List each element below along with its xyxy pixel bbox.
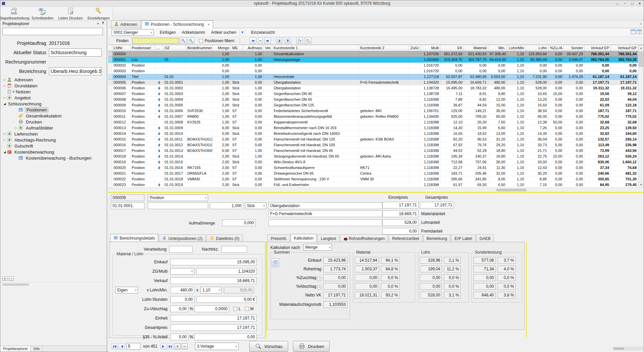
table-row-000001[interactable]: 000001Los011,001,00Heizungsanlage1,09340… xyxy=(108,57,644,63)
table-row-000016[interactable]: 000016Position01.01.0012BOAXSTH161002,00… xyxy=(108,142,644,148)
minimize-button[interactable]: − xyxy=(622,1,628,6)
einkauf-input[interactable] xyxy=(170,259,257,265)
zuabschlag-pct-input[interactable] xyxy=(170,305,188,312)
kalk-tab-gaeb[interactable]: GAEB xyxy=(476,235,494,242)
sidebar-item-gesamtkalkulation[interactable]: Gesamtkalkulation xyxy=(1,113,106,119)
table-row-000011[interactable]: 000011Position01.01.0007RN8001,00ST0,00B… xyxy=(108,114,644,119)
kalk-tab-kalkulation[interactable]: Kalkulation xyxy=(291,234,317,242)
sidebar-horizontal-scrollbar[interactable] xyxy=(0,282,105,286)
lohnstunden-input[interactable] xyxy=(170,296,194,303)
article-search-button[interactable]: Artikel suchen xyxy=(211,30,236,35)
detail-kurztext3-field[interactable] xyxy=(268,219,382,226)
delete-record-icon[interactable]: − xyxy=(182,343,188,349)
pin-icon[interactable] xyxy=(102,21,105,26)
column-header-zugr[interactable]: ZuGr xyxy=(409,45,421,51)
sidebar-item-kostenüberwachung[interactable]: ◢Kostenüberwachung xyxy=(1,149,106,155)
kalk-material-zuschlag[interactable]: 0,00 xyxy=(355,274,379,281)
scroll-up-icon[interactable]: ▲ xyxy=(638,45,644,51)
verarbeitung-input[interactable] xyxy=(169,246,193,253)
kalk-nach-combo[interactable]: Menge xyxy=(303,244,332,251)
kalk-lohn-pct-zuschlag[interactable]: 0,0 % xyxy=(444,274,461,281)
checkbox-m[interactable] xyxy=(245,307,249,311)
lohnstunden-eur-input[interactable] xyxy=(196,296,257,303)
column-header-kurztextzeile-2[interactable]: Kurztextzeile 2 xyxy=(359,45,409,51)
column-header-verkauf-gp[interactable]: Verkauf GP xyxy=(611,45,638,51)
table-row-000007[interactable]: 000007Position01.01.00032,00Stck0,00Gege… xyxy=(108,91,644,97)
kalk-material-pct-netto-vk[interactable]: 93,2 % xyxy=(381,292,400,298)
table-row-000010[interactable]: 000010Position01.01.0006SVF25301,00ST0,0… xyxy=(108,108,644,114)
column-header-verkauf-ep[interactable]: Verkauf EP xyxy=(585,45,611,51)
print-button[interactable]: Drucken xyxy=(293,341,330,352)
table-row-000006[interactable]: 000006Position01.01.00021,00Stck1,00Über… xyxy=(108,85,644,91)
chevron-down-icon[interactable]: ▾ xyxy=(97,22,99,25)
table-row-000003[interactable]: 000003Position0,000,001,0167200,000,000,… xyxy=(108,68,644,74)
next-record-icon[interactable] xyxy=(160,343,167,349)
kalk-material-pct-einkauf[interactable]: 94,1 % xyxy=(381,257,400,264)
tree-expander-icon[interactable]: ▷ xyxy=(2,132,7,136)
kalk-lohn-pct-netto-vk[interactable]: 3,1 % xyxy=(444,292,461,298)
zuabschlag-val-input[interactable] xyxy=(194,305,229,312)
verkauf-input[interactable] xyxy=(170,277,257,284)
faktor-combo[interactable]: 1,10 xyxy=(200,287,222,293)
aufmass-field[interactable]: 0,000 xyxy=(222,219,256,226)
table-row-000002[interactable]: 000002Position0,000,001,0167200,000,000,… xyxy=(108,63,644,68)
column-header-kurztextzeile-1[interactable]: Kurztextzeile 1 xyxy=(272,45,359,51)
layout-split-icon[interactable] xyxy=(637,29,642,34)
table-row-000021[interactable]: 000021Position01.01.0017DR65GFLA2,00ST0,… xyxy=(108,171,644,176)
find-input[interactable] xyxy=(132,38,179,44)
toolbar-button-einstellungen[interactable]: Einstellungen xyxy=(84,7,113,20)
einheit-input[interactable] xyxy=(170,315,257,322)
column-header-sonder[interactable]: Sonder xyxy=(564,45,585,51)
resize-button[interactable]: ↔ xyxy=(615,1,620,6)
p35-pct-input[interactable] xyxy=(170,334,188,340)
search-up-icon[interactable] xyxy=(188,37,194,44)
tree-expander-icon[interactable]: ▷ xyxy=(2,84,7,87)
checkbox-l[interactable] xyxy=(233,307,237,311)
record-number-input[interactable] xyxy=(126,343,140,350)
table-row-000013[interactable]: 000013Position01.01.00096,00Stck0,00Bime… xyxy=(108,125,644,131)
detail-bestellnr-field[interactable] xyxy=(148,202,208,209)
dropdown-circle-icon[interactable]: ˅ xyxy=(317,277,321,281)
column-header-aufmass[interactable]: Aufmass xyxy=(243,45,264,51)
kalk-sonder-netto-vk[interactable]: 648,40 xyxy=(473,292,496,298)
sidebar-item-grunddaten[interactable]: ▷Grunddaten xyxy=(1,83,106,89)
article-master-button[interactable]: Artikelstamm xyxy=(182,30,205,35)
kalk-sum-rohertrag[interactable]: 1.773,74 xyxy=(323,266,347,272)
dropdown-circle-icon[interactable]: ˅ xyxy=(317,285,321,290)
sidebar-item-notizen[interactable]: 0Notizen xyxy=(1,89,106,95)
toolbar-button-schnittstellen[interactable]: Schnittstellen xyxy=(28,7,57,20)
detail-posart-combo[interactable]: Position xyxy=(148,194,208,201)
kalk-sonder-pct-abschlag[interactable]: 0,0 % xyxy=(498,283,516,290)
sidebar-item-abschlags-rechnung[interactable]: ▷Abschlags-Rechnung xyxy=(1,137,106,143)
kalk-sonder-pct-rohertrag[interactable]: 4,0 % xyxy=(498,266,516,272)
kalk-sum-netto-vk[interactable]: 17.197,71 xyxy=(323,292,347,298)
kalk-material-rohertrag[interactable]: 1.503,37 xyxy=(355,266,379,272)
scrollbar-thumb[interactable] xyxy=(639,52,643,67)
kalk-lohn-pct-abschlag[interactable]: 0,0 % xyxy=(444,283,461,290)
gesamtpreis-input[interactable] xyxy=(170,324,257,331)
expand-all-icon[interactable]: + xyxy=(2,276,7,281)
last-record-icon[interactable] xyxy=(168,343,174,349)
single-view-button[interactable]: Einzelansicht xyxy=(251,30,275,35)
table-row-000008[interactable]: 000008Position01.01.00042,00Stck0,00Gege… xyxy=(108,97,644,102)
table-row-000022[interactable]: 000022Position01.01.0018VMM302,00ST0,00S… xyxy=(108,176,644,182)
outline-collapse-icon[interactable] xyxy=(296,37,303,44)
toolbar-button-listen-drucken[interactable]: AListen Drucken xyxy=(57,7,85,20)
column-header-me[interactable]: ME xyxy=(231,45,243,51)
detail-oz-field[interactable]: 01.01.0001. xyxy=(111,202,144,209)
kalk-sonder-pct-einkauf[interactable]: 3,7 % xyxy=(498,257,516,264)
einzelpreis-field[interactable]: 17.197,71 xyxy=(382,202,418,208)
kalk-material-einkauf[interactable]: 14.517,94 xyxy=(355,257,379,264)
column-header-ver[interactable]: Ver. xyxy=(264,45,272,51)
sidebar-item-drucken[interactable]: Drucken xyxy=(1,119,106,125)
search-down-icon[interactable] xyxy=(180,37,187,44)
field-value-bezeichnung[interactable]: Überarb.Heiz.Bürogeb.Sch xyxy=(49,67,102,75)
preview-button[interactable]: Vorschau xyxy=(249,341,288,352)
print-template-combo[interactable]: 3.Vorlage xyxy=(195,343,239,350)
gesamtpreis-field[interactable]: 17.197,71 xyxy=(420,202,454,208)
explorer-search-input[interactable] xyxy=(2,28,103,35)
table-row-000004[interactable]: 000004Titel01.011,001,00Heizzentrale1,12… xyxy=(108,74,644,80)
sidebar-item-positionen[interactable]: Positionen xyxy=(1,107,106,113)
previous-record-icon[interactable] xyxy=(119,343,125,349)
zg-combo[interactable] xyxy=(170,268,194,275)
